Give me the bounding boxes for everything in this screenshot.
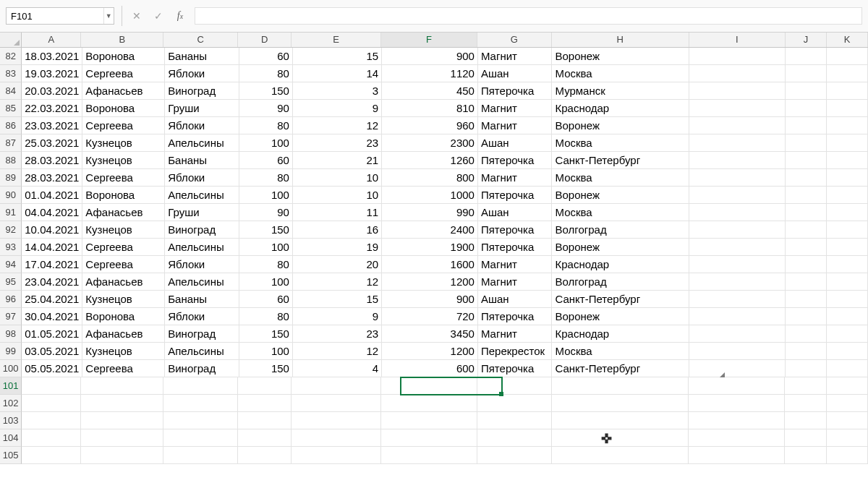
cell-J88[interactable] bbox=[786, 152, 827, 169]
cell-E83[interactable]: 14 bbox=[293, 65, 382, 82]
cell-A98[interactable]: 01.05.2021 bbox=[22, 325, 82, 343]
row-header-104[interactable]: 104 bbox=[0, 429, 22, 447]
cell-C103[interactable] bbox=[163, 412, 238, 429]
cell-H84[interactable]: Мурманск bbox=[552, 82, 689, 100]
cell-I95[interactable] bbox=[689, 273, 786, 291]
cell-C85[interactable]: Груши bbox=[165, 100, 239, 117]
cell-A91[interactable]: 04.04.2021 bbox=[22, 204, 82, 221]
cell-A90[interactable]: 01.04.2021 bbox=[22, 187, 82, 204]
cell-B82[interactable]: Воронова bbox=[82, 48, 165, 65]
cell-H90[interactable]: Воронеж bbox=[552, 187, 689, 204]
cell-K104[interactable] bbox=[827, 429, 868, 447]
cell-G104[interactable] bbox=[477, 429, 552, 447]
cell-E104[interactable] bbox=[292, 429, 381, 447]
name-box-dropdown-icon[interactable]: ▼ bbox=[103, 8, 114, 24]
cell-K92[interactable] bbox=[827, 221, 868, 239]
cell-H94[interactable]: Краснодар bbox=[552, 256, 689, 273]
column-header-E[interactable]: E bbox=[292, 33, 381, 47]
cell-I88[interactable] bbox=[689, 152, 786, 169]
cell-E91[interactable]: 11 bbox=[293, 204, 382, 221]
cell-D85[interactable]: 90 bbox=[239, 100, 293, 117]
cell-E95[interactable]: 12 bbox=[293, 273, 382, 291]
cell-D102[interactable] bbox=[238, 395, 292, 412]
cell-H88[interactable]: Санкт-Петербург bbox=[552, 152, 689, 169]
cell-K91[interactable] bbox=[827, 204, 868, 221]
cell-H99[interactable]: Москва bbox=[552, 343, 689, 360]
cell-A97[interactable]: 30.04.2021 bbox=[22, 308, 82, 325]
cell-K93[interactable] bbox=[827, 239, 868, 256]
row-header-91[interactable]: 91 bbox=[0, 204, 22, 221]
cell-A87[interactable]: 25.03.2021 bbox=[22, 134, 82, 152]
cell-B94[interactable]: Сергеева bbox=[82, 256, 165, 273]
cell-J95[interactable] bbox=[786, 273, 827, 291]
cell-F104[interactable] bbox=[381, 429, 477, 447]
cell-C95[interactable]: Апельсины bbox=[165, 273, 239, 291]
cell-F94[interactable]: 1600 bbox=[382, 256, 478, 273]
cell-B84[interactable]: Афанасьев bbox=[82, 82, 165, 100]
row-header-98[interactable]: 98 bbox=[0, 325, 22, 343]
cell-J84[interactable] bbox=[786, 82, 827, 100]
cell-I93[interactable] bbox=[689, 239, 786, 256]
cell-K95[interactable] bbox=[827, 273, 868, 291]
cell-I84[interactable] bbox=[689, 82, 786, 100]
cell-A94[interactable]: 17.04.2021 bbox=[22, 256, 82, 273]
cell-H93[interactable]: Воронеж bbox=[552, 239, 689, 256]
cell-H100[interactable]: Санкт-Петербург bbox=[552, 360, 689, 377]
cell-D104[interactable] bbox=[238, 429, 292, 447]
column-header-H[interactable]: H bbox=[552, 33, 689, 47]
cell-G84[interactable]: Пятерочка bbox=[478, 82, 553, 100]
cell-J97[interactable] bbox=[786, 308, 827, 325]
cell-H98[interactable]: Краснодар bbox=[552, 325, 689, 343]
cell-D94[interactable]: 80 bbox=[239, 256, 293, 273]
cell-C105[interactable] bbox=[163, 447, 238, 464]
cell-G105[interactable] bbox=[477, 447, 552, 464]
cell-J90[interactable] bbox=[786, 187, 827, 204]
cell-H83[interactable]: Москва bbox=[552, 65, 689, 82]
cell-J93[interactable] bbox=[786, 239, 827, 256]
cell-H104[interactable] bbox=[552, 429, 689, 447]
cell-G94[interactable]: Магнит bbox=[478, 256, 553, 273]
cell-I85[interactable] bbox=[689, 100, 786, 117]
cell-H89[interactable]: Москва bbox=[552, 169, 689, 187]
cell-I89[interactable] bbox=[689, 169, 786, 187]
cell-G93[interactable]: Пятерочка bbox=[478, 239, 553, 256]
cell-J105[interactable] bbox=[785, 447, 826, 464]
cell-E85[interactable]: 9 bbox=[293, 100, 382, 117]
cancel-icon[interactable]: ✕ bbox=[129, 10, 144, 22]
cell-F86[interactable]: 960 bbox=[382, 117, 478, 134]
cell-B89[interactable]: Сергеева bbox=[82, 169, 165, 187]
cell-A86[interactable]: 23.03.2021 bbox=[22, 117, 82, 134]
cell-F83[interactable]: 1120 bbox=[382, 65, 478, 82]
cell-E93[interactable]: 19 bbox=[293, 239, 382, 256]
cell-D87[interactable]: 100 bbox=[239, 134, 293, 152]
column-header-K[interactable]: K bbox=[827, 33, 868, 47]
cell-J83[interactable] bbox=[786, 65, 827, 82]
cell-K105[interactable] bbox=[827, 447, 868, 464]
cell-G103[interactable] bbox=[477, 412, 552, 429]
row-header-86[interactable]: 86 bbox=[0, 117, 22, 134]
cell-C96[interactable]: Бананы bbox=[165, 291, 239, 308]
cell-I101[interactable] bbox=[689, 377, 785, 395]
formula-input[interactable] bbox=[195, 7, 862, 25]
cell-J96[interactable] bbox=[786, 291, 827, 308]
row-header-88[interactable]: 88 bbox=[0, 152, 22, 169]
cell-G85[interactable]: Магнит bbox=[478, 100, 553, 117]
cell-H102[interactable] bbox=[552, 395, 689, 412]
cell-K88[interactable] bbox=[827, 152, 868, 169]
cell-A103[interactable] bbox=[22, 412, 81, 429]
row-header-92[interactable]: 92 bbox=[0, 221, 22, 239]
cell-E92[interactable]: 16 bbox=[293, 221, 382, 239]
cell-I105[interactable] bbox=[689, 447, 785, 464]
cell-D84[interactable]: 150 bbox=[239, 82, 293, 100]
cell-F82[interactable]: 900 bbox=[382, 48, 478, 65]
cell-I92[interactable] bbox=[689, 221, 786, 239]
cell-F100[interactable]: 600 bbox=[382, 360, 478, 377]
cell-C83[interactable]: Яблоки bbox=[165, 65, 239, 82]
cell-B97[interactable]: Воронова bbox=[82, 308, 165, 325]
column-header-J[interactable]: J bbox=[786, 33, 827, 47]
fx-icon[interactable]: fx bbox=[173, 10, 187, 22]
cell-C104[interactable] bbox=[163, 429, 238, 447]
cell-E88[interactable]: 21 bbox=[293, 152, 382, 169]
cell-B95[interactable]: Афанасьев bbox=[82, 273, 165, 291]
cell-H95[interactable]: Волгоград bbox=[552, 273, 689, 291]
